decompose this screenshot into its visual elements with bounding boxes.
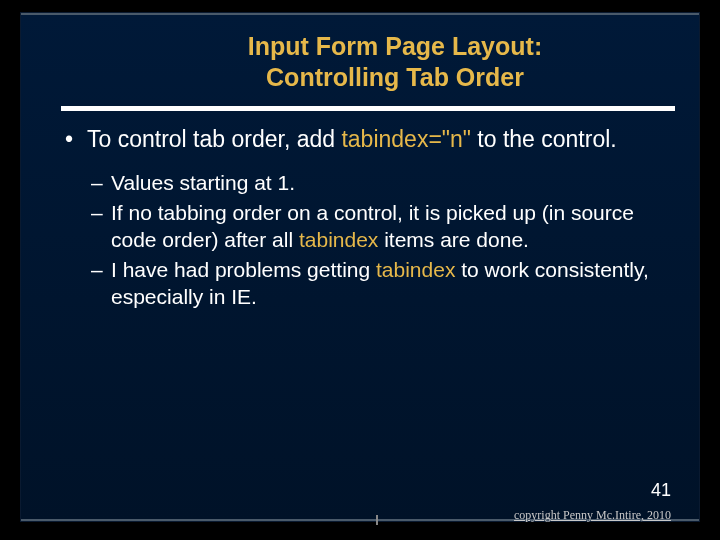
slide: Input Form Page Layout: Controlling Tab …	[20, 12, 700, 522]
bullet-post: to the control.	[471, 126, 617, 152]
sub-bullet-2: – If no tabbing order on a control, it i…	[91, 200, 669, 253]
bottom-tick	[376, 515, 378, 525]
copyright: copyright Penny Mc.Intire, 2010	[514, 508, 671, 523]
sub2-keyword: tabindex	[299, 228, 378, 251]
slide-title: Input Form Page Layout: Controlling Tab …	[21, 13, 699, 102]
page-number: 41	[651, 480, 671, 501]
bullet-main: • To control tab order, add tabindex="n"…	[65, 125, 669, 154]
title-line-2: Controlling Tab Order	[266, 63, 524, 91]
sub-text-2: If no tabbing order on a control, it is …	[111, 200, 669, 253]
sub-text-1: Values starting at 1.	[111, 170, 669, 196]
frame-top	[21, 13, 699, 15]
bullet-dot: •	[65, 125, 87, 154]
sub-text-3: I have had problems getting tabindex to …	[111, 257, 669, 310]
bullet-pre: To control tab order, add	[87, 126, 341, 152]
bullet-keyword: tabindex="n"	[341, 126, 471, 152]
sub-bullet-3: – I have had problems getting tabindex t…	[91, 257, 669, 310]
bullet-text: To control tab order, add tabindex="n" t…	[87, 125, 669, 154]
sub3-pre: I have had problems getting	[111, 258, 376, 281]
sub-dash: –	[91, 257, 111, 310]
title-line-1: Input Form Page Layout:	[248, 32, 542, 60]
sub2-post: items are done.	[378, 228, 529, 251]
sub3-keyword: tabindex	[376, 258, 455, 281]
sub-bullet-1: – Values starting at 1.	[91, 170, 669, 196]
sub-dash: –	[91, 200, 111, 253]
slide-body: • To control tab order, add tabindex="n"…	[21, 111, 699, 311]
sub-dash: –	[91, 170, 111, 196]
